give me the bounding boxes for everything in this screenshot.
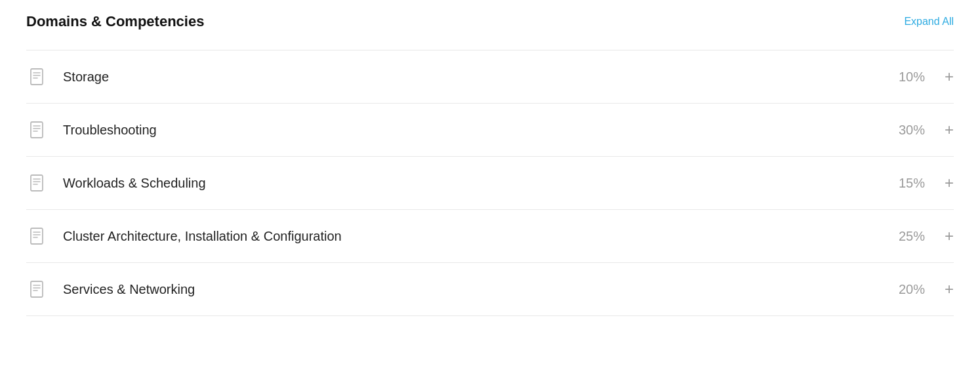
- domain-icon-storage: [26, 65, 50, 89]
- page-title: Domains & Competencies: [26, 13, 204, 30]
- domain-content-cluster-architecture: Cluster Architecture, Installation & Con…: [63, 229, 925, 244]
- domain-percent-workloads-scheduling: 15%: [899, 176, 925, 191]
- domain-percent-troubleshooting: 30%: [899, 123, 925, 138]
- domain-name-cluster-architecture: Cluster Architecture, Installation & Con…: [63, 229, 891, 244]
- domain-icon-troubleshooting: [26, 118, 50, 142]
- domain-item-services-networking[interactable]: Services & Networking20%+: [26, 263, 954, 316]
- domain-item-workloads-scheduling[interactable]: Workloads & Scheduling15%+: [26, 157, 954, 210]
- expand-icon-workloads-scheduling[interactable]: +: [925, 175, 954, 191]
- domain-item-cluster-architecture[interactable]: Cluster Architecture, Installation & Con…: [26, 210, 954, 263]
- page-container: Domains & Competencies Expand All Storag…: [0, 0, 980, 329]
- domain-content-services-networking: Services & Networking20%: [63, 282, 925, 297]
- domain-name-storage: Storage: [63, 70, 891, 85]
- svg-rect-16: [31, 281, 43, 297]
- expand-icon-troubleshooting[interactable]: +: [925, 122, 954, 138]
- domain-icon-cluster-architecture: [26, 224, 50, 248]
- domain-list: Storage10%+ Troubleshooting30%+ Workload…: [26, 50, 954, 316]
- domain-icon-services-networking: [26, 277, 50, 301]
- expand-all-button[interactable]: Expand All: [904, 16, 954, 28]
- expand-icon-storage[interactable]: +: [925, 69, 954, 85]
- domain-percent-cluster-architecture: 25%: [899, 229, 925, 244]
- domain-content-workloads-scheduling: Workloads & Scheduling15%: [63, 176, 925, 191]
- domain-name-troubleshooting: Troubleshooting: [63, 123, 891, 138]
- svg-rect-0: [31, 69, 43, 85]
- domain-content-troubleshooting: Troubleshooting30%: [63, 123, 925, 138]
- expand-icon-services-networking[interactable]: +: [925, 281, 954, 297]
- svg-rect-4: [31, 122, 43, 138]
- domain-item-troubleshooting[interactable]: Troubleshooting30%+: [26, 104, 954, 157]
- domain-name-workloads-scheduling: Workloads & Scheduling: [63, 176, 891, 191]
- svg-rect-8: [31, 175, 43, 191]
- domain-name-services-networking: Services & Networking: [63, 282, 891, 297]
- domain-icon-workloads-scheduling: [26, 171, 50, 195]
- domain-percent-services-networking: 20%: [899, 282, 925, 297]
- expand-icon-cluster-architecture[interactable]: +: [925, 228, 954, 244]
- domain-item-storage[interactable]: Storage10%+: [26, 50, 954, 104]
- domain-percent-storage: 10%: [899, 70, 925, 85]
- svg-rect-12: [31, 228, 43, 244]
- page-header: Domains & Competencies Expand All: [26, 13, 954, 30]
- domain-content-storage: Storage10%: [63, 70, 925, 85]
